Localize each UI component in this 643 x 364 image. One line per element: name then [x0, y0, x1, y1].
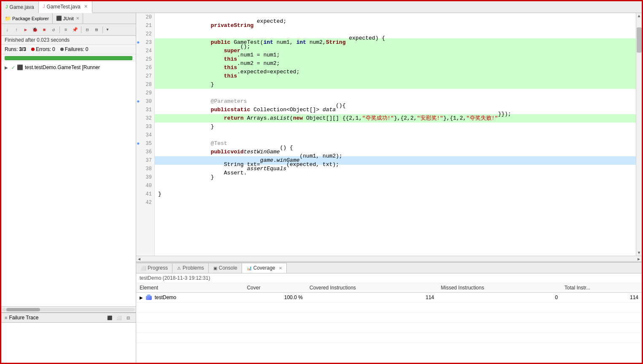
package-explorer-icon: 📁 — [5, 16, 11, 21]
editor-scrollbar-h[interactable]: ◀ ▶ — [136, 256, 642, 262]
scrollbar-thumb-h[interactable] — [6, 308, 40, 311]
left-panel-scrollbar-h[interactable] — [1, 306, 136, 312]
toolbar-pin-btn[interactable]: 📌 — [71, 26, 79, 34]
coverage-row-testdemo[interactable]: ▶ testDemo 100.0 % 114 0 114 — [136, 293, 642, 302]
scrollbar-h-track[interactable] — [143, 257, 635, 261]
test-file-icon: J — [43, 4, 45, 9]
toolbar-stop-btn[interactable]: ■ — [40, 26, 48, 34]
failure-trace-icon: ≡ — [5, 315, 7, 320]
line-num-25: 25 — [136, 55, 154, 64]
toolbar-history-btn[interactable]: ≡ — [62, 26, 70, 34]
toolbar-next-failure-btn[interactable]: ↓ — [3, 26, 11, 34]
line-num-27: 27 — [136, 72, 154, 80]
scrollbar-v-thumb[interactable] — [637, 27, 642, 53]
code-line-30: @Parameters — [155, 97, 636, 106]
coverage-icon: 📊 — [247, 266, 252, 270]
code-line-23: public GameTest(int num1, int num2,Strin… — [155, 38, 636, 47]
col-total-instr: Total Instr... — [561, 283, 642, 293]
failures-stat: Failures: 0 — [60, 46, 89, 52]
coverage-table-header-row: Element Cover Covered Instructions Misse… — [136, 283, 642, 293]
tab-console-label: Console — [219, 265, 237, 271]
toolbar-run-btn[interactable]: ▶ — [22, 26, 30, 34]
expand-arrow-icon[interactable]: ▶ — [140, 295, 143, 300]
problems-icon: ⚠ — [177, 266, 181, 270]
code-content[interactable]: private String expected; public GameTest… — [155, 13, 636, 256]
line-num-38: 38 — [136, 165, 154, 173]
line-num-20: 20 — [136, 13, 154, 21]
code-line-29 — [155, 89, 636, 97]
line-num-35: 35 — [136, 139, 154, 148]
kw-private: private — [211, 21, 234, 30]
scrollbar-up-arrow[interactable]: ▲ — [636, 13, 642, 19]
failures-value: 0 — [86, 46, 89, 52]
failure-trace-btn3[interactable]: ⊟ — [124, 313, 132, 322]
errors-label: Errors: — [36, 46, 51, 52]
tab-junit[interactable]: ⬛ JUnit ✕ — [53, 13, 83, 24]
tab-gametest-java[interactable]: J GameTest.java ✕ — [39, 1, 92, 13]
tab-coverage[interactable]: 📊 Coverage ✕ — [242, 263, 287, 273]
method-game-wingame: game — [260, 156, 273, 165]
left-panel-toolbar: ↓ ↑ ▶ 🐞 ■ ↺ ≡ 📌 ⊟ ⊞ ▼ — [1, 24, 136, 36]
kw-string: String — [234, 21, 253, 30]
toolbar-rerun-btn[interactable]: ↺ — [49, 26, 58, 34]
left-panel: 📁 Package Explorer ⬛ JUnit ✕ ↓ ↑ ▶ 🐞 ■ ↺… — [1, 13, 136, 363]
failure-trace-section: ≡ Failure Trace ⬛ ⬜ ⊟ — [1, 312, 136, 363]
coverage-table-header: Element Cover Covered Instructions Misse… — [136, 283, 642, 293]
failure-trace-header: ≡ Failure Trace ⬛ ⬜ ⊟ — [1, 313, 136, 323]
row-missed-cell: 0 — [438, 293, 561, 302]
tab-package-explorer-label: Package Explorer — [12, 16, 49, 21]
test-tree[interactable]: ▶ ✓ ⬛ test.testDemo.GameTest [Runner — [1, 62, 136, 306]
scrollbar-track-h[interactable] — [2, 308, 135, 311]
failure-trace-btn1[interactable]: ⬛ — [105, 313, 114, 322]
code-line-38: Assert.assertEquals(expected, txt); — [155, 165, 636, 173]
toolbar-debug-btn[interactable]: 🐞 — [31, 26, 39, 34]
scrollbar-left-arrow[interactable]: ◀ — [136, 256, 142, 262]
toolbar-prev-failure-btn[interactable]: ↑ — [12, 26, 21, 34]
kw-static: static — [231, 106, 250, 114]
toolbar-dropdown-btn[interactable]: ▼ — [105, 26, 110, 34]
row-element-cell: ▶ testDemo — [136, 293, 244, 302]
toolbar-collapse-btn[interactable]: ⊟ — [83, 26, 91, 34]
toolbar-separator-3 — [102, 27, 103, 33]
code-line-41: } — [155, 190, 636, 198]
tab-console[interactable]: ▣ Console — [209, 263, 242, 273]
code-line-28: } — [155, 80, 636, 89]
code-line-35: @Test — [155, 139, 636, 148]
tab-problems[interactable]: ⚠ Problems — [172, 263, 209, 273]
row-cover-cell: 100.0 % — [244, 293, 306, 302]
errors-value: 0 — [52, 46, 55, 52]
scrollbar-right-arrow[interactable]: ▶ — [636, 256, 642, 262]
error-icon — [31, 48, 35, 51]
code-line-31: public static Collection<Object[]> data(… — [155, 106, 636, 114]
editor-scrollbar-v[interactable]: ▲ ▼ — [636, 13, 642, 256]
code-line-40 — [155, 182, 636, 190]
str-win: "夺奖成功!" — [362, 114, 394, 123]
tree-item-gametest[interactable]: ▶ ✓ ⬛ test.testDemo.GameTest [Runner — [1, 64, 136, 71]
line-num-28: 28 — [136, 80, 154, 89]
tab-game-java[interactable]: J Game.java — [1, 1, 39, 13]
tab-package-explorer[interactable]: 📁 Package Explorer — [1, 13, 53, 24]
line-num-40: 40 — [136, 182, 154, 190]
code-line-26: this.num2 = num2; — [155, 64, 636, 72]
line-num-26: 26 — [136, 64, 154, 72]
line-num-31: 31 — [136, 106, 154, 114]
runs-stat: Runs: 3/3 — [5, 46, 26, 52]
scrollbar-down-arrow[interactable]: ▼ — [636, 250, 642, 256]
coverage-tab-close-icon[interactable]: ✕ — [279, 266, 282, 270]
tab-progress-label: Progress — [148, 265, 168, 271]
progress-icon: ⬜ — [141, 266, 146, 270]
toolbar-expand-btn[interactable]: ⊞ — [92, 26, 101, 34]
line-numbers: 20 21 22 23 24 25 26 27 28 29 30 31 32 3… — [136, 13, 155, 256]
junit-tab-close-icon[interactable]: ✕ — [76, 16, 79, 21]
col-element: Element — [136, 283, 244, 293]
tab-close-icon[interactable]: ✕ — [84, 4, 88, 9]
str-fail: "夺奖失败!" — [466, 114, 498, 123]
col-cover: Cover — [244, 283, 306, 293]
failure-trace-label: Failure Trace — [9, 315, 38, 321]
fail-icon — [60, 48, 64, 51]
failure-trace-btn2[interactable]: ⬜ — [115, 313, 123, 322]
scrollbar-v-track[interactable] — [637, 19, 642, 250]
main-window: J Game.java J GameTest.java ✕ 📁 Package … — [0, 0, 643, 364]
failures-label: Failures: — [65, 46, 84, 52]
tab-progress[interactable]: ⬜ Progress — [136, 263, 172, 273]
